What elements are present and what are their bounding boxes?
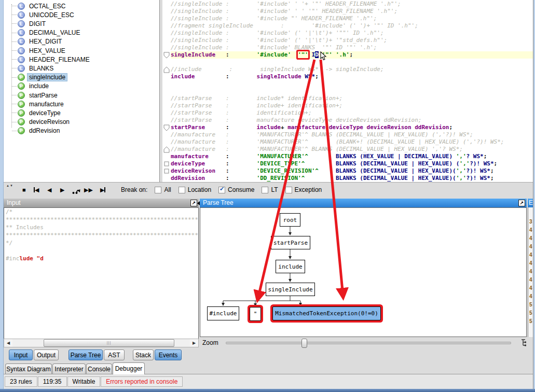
stop-button[interactable]: ■ [22, 187, 26, 193]
rule-tree-item-label[interactable]: include [28, 82, 50, 90]
tab-console[interactable]: Console [86, 363, 112, 374]
tab-syntax-diagram[interactable]: Syntax Diagram [5, 363, 52, 374]
rule-tree-item-label[interactable]: HEX_VALUE [28, 47, 67, 54]
rule-tree-item[interactable]: PdeviceRevison [4, 118, 71, 127]
checkbox-icon[interactable] [179, 187, 185, 193]
editor-line[interactable]: //manufacture : 'MANUFACTURER'^ (BLANK+!… [171, 138, 533, 146]
break-on-checkbox-all[interactable]: All [155, 186, 171, 193]
parse-tree-node[interactable]: root [280, 213, 300, 227]
events-panel-sliver[interactable]: E 3444444444555 [528, 199, 533, 348]
parse-tree-node[interactable]: " [250, 307, 261, 321]
input-line[interactable]: ** Includes [4, 223, 198, 231]
editor-line[interactable] [171, 59, 533, 66]
parse-tree-canvas[interactable]: rootstartParseincludesingleInclude#inclu… [200, 207, 527, 337]
break-on-checkbox-location[interactable]: Location [179, 186, 211, 193]
go-to-start-button[interactable]: ◀ [34, 187, 39, 193]
rule-tree-item[interactable]: PsingleInclude [4, 73, 67, 82]
rule-tree-item[interactable]: Pmanufacture [4, 100, 65, 108]
editor-line[interactable]: //startParse : include+ identification+; [171, 102, 533, 109]
editor-line[interactable] [171, 80, 533, 88]
rule-tree-item[interactable]: LHEX_VALUE [4, 46, 67, 55]
scroll-left-icon[interactable]: ◀ [4, 339, 12, 347]
editor-line[interactable]: manufacture : 'MANUFACTURER'^ BLANKS (HE… [171, 153, 533, 160]
toggle-button-input[interactable]: Input [9, 349, 33, 360]
rule-tree-item[interactable]: LDECIMAL_VALUE [4, 29, 81, 37]
zoom-slider[interactable] [226, 342, 512, 344]
rule-tree-item[interactable]: LHEX_DIGIT [4, 37, 63, 46]
rule-tree-item[interactable]: LUNICODE_ESC [4, 10, 76, 19]
rule-tree-item-label[interactable]: singleInclude [28, 74, 67, 81]
step-over-button[interactable] [72, 188, 80, 195]
toggle-button-output[interactable]: Output [34, 349, 59, 360]
rule-tree-item-label[interactable]: OCTAL_ESC [28, 3, 67, 10]
editor-line[interactable]: //singleInclude : '#include' (' '|'\t')+… [171, 37, 533, 44]
splitter-collapse-arrows[interactable]: ▲▼ [6, 184, 13, 187]
tab-interpreter[interactable]: Interpreter [52, 363, 86, 374]
checkbox-icon[interactable] [155, 187, 161, 193]
editor-line[interactable]: deviceType : 'DEVICE_TYPE'^ BLANKS (DECI… [171, 160, 533, 167]
grammar-editor[interactable]: //singleInclude : '#include' ' '+ '"' HE… [162, 0, 533, 182]
input-text-area[interactable]: /***************************************… [4, 207, 199, 339]
editor-line[interactable]: //manufacture : 'MANUFACTURER'^ BLANKS (… [171, 146, 533, 153]
checkbox-icon[interactable] [262, 187, 268, 193]
step-back-button[interactable]: ◀ [47, 187, 51, 193]
detach-input-icon[interactable]: ↗ [190, 200, 197, 206]
rule-fold-marker[interactable] [163, 124, 170, 133]
input-line[interactable]: #include "d [4, 255, 198, 262]
rule-fold-marker[interactable] [163, 146, 170, 155]
checkbox-icon[interactable] [218, 187, 225, 193]
input-horizontal-scrollbar[interactable]: ◀ ||| ▶ [4, 339, 199, 347]
editor-line[interactable]: include : singleInclude WS*; [171, 73, 533, 80]
exception-tree-node[interactable]: MismatchedTokenException(0!=0) [272, 306, 381, 320]
rule-tree-item[interactable]: LOCTAL_ESC [4, 2, 67, 10]
parse-tree-node[interactable]: #include [207, 306, 239, 320]
rule-tree-item[interactable]: LHEADER_FILENAME [4, 55, 91, 64]
toggle-button-parse-tree[interactable]: Parse Tree [68, 349, 103, 360]
editor-line[interactable]: ddRevision : 'DD_REVISION'^ BLANKS (DECI… [171, 175, 533, 182]
input-line[interactable]: ****************************************… [4, 231, 198, 239]
break-on-checkbox-exception[interactable]: Exception [285, 186, 322, 193]
play-button[interactable]: ▶ [60, 187, 64, 193]
rule-tree-item-label[interactable]: HEADER_FILENAME [28, 56, 91, 63]
editor-line[interactable]: //singleInclude : '#include' ' '+ '"' HE… [171, 1, 533, 8]
rule-fold-marker[interactable] [163, 167, 170, 177]
rule-tree-item[interactable]: LBLANKS [4, 64, 55, 73]
rule-tree-item-label[interactable]: deviceType [28, 109, 62, 117]
rule-tree-item-label[interactable]: DIGIT [28, 20, 47, 27]
rule-tree-item-label[interactable]: BLANKS [28, 65, 55, 72]
editor-code[interactable]: //singleInclude : '#include' ' '+ '"' HE… [171, 1, 533, 182]
editor-line[interactable]: deviceRevison : 'DEVICE_REVISION'^ BLANK… [171, 167, 533, 175]
input-line[interactable]: */ [4, 239, 198, 247]
rule-fold-marker[interactable] [163, 66, 170, 75]
toggle-button-events[interactable]: Events [155, 349, 182, 360]
input-line[interactable]: ****************************************… [4, 216, 198, 223]
scrollbar-thumb[interactable]: ||| [44, 339, 174, 347]
rule-tree-item-label[interactable]: ddRevision [28, 127, 61, 134]
rule-tree-item-label[interactable]: manufacture [28, 101, 65, 108]
detach-parse-tree-icon[interactable]: ↗ [518, 200, 525, 206]
rule-tree-item[interactable]: PstartParse [4, 91, 59, 100]
tab-debugger[interactable]: Debugger [113, 362, 145, 374]
input-line[interactable]: /* [4, 208, 198, 216]
rule-tree-item[interactable]: Pinclude [4, 82, 50, 91]
editor-line[interactable]: singleInclude : '#include' '"' ID '"' '.… [171, 51, 533, 59]
scroll-right-icon[interactable]: ▶ [190, 339, 198, 347]
break-on-checkbox-lt[interactable]: LT [262, 186, 278, 193]
break-on-checkbox-consume[interactable]: Consume [218, 186, 254, 193]
editor-line[interactable]: //fragment singleInclude : '#include' ('… [171, 22, 533, 30]
editor-line[interactable]: //startParse : include* identification+; [171, 95, 533, 102]
rule-tree-item-label[interactable]: UNICODE_ESC [28, 11, 76, 19]
rule-tree-item[interactable]: LDIGIT [4, 19, 47, 28]
rule-tree-item[interactable]: PddRevision [4, 127, 61, 135]
rule-tree-item-label[interactable]: startParse [28, 92, 59, 99]
parse-tree-node[interactable]: include [276, 260, 305, 273]
rule-tree-item-label[interactable]: DECIMAL_VALUE [28, 29, 81, 36]
parse-tree-node[interactable]: singleInclude [266, 283, 315, 296]
editor-line[interactable]: //startParse : manufacture deviceType de… [171, 117, 533, 124]
editor-line[interactable]: //singleInclude : '#include' (' '|'\t')+… [171, 30, 533, 37]
parse-tree-node[interactable]: startParse [271, 236, 310, 249]
rule-tree-item[interactable]: PdeviceType [4, 108, 62, 117]
checkbox-icon[interactable] [285, 187, 292, 193]
tree-layout-icon[interactable] [519, 339, 527, 347]
editor-line[interactable]: //singleInclude : '#include' BLANKS '"' … [171, 44, 533, 51]
